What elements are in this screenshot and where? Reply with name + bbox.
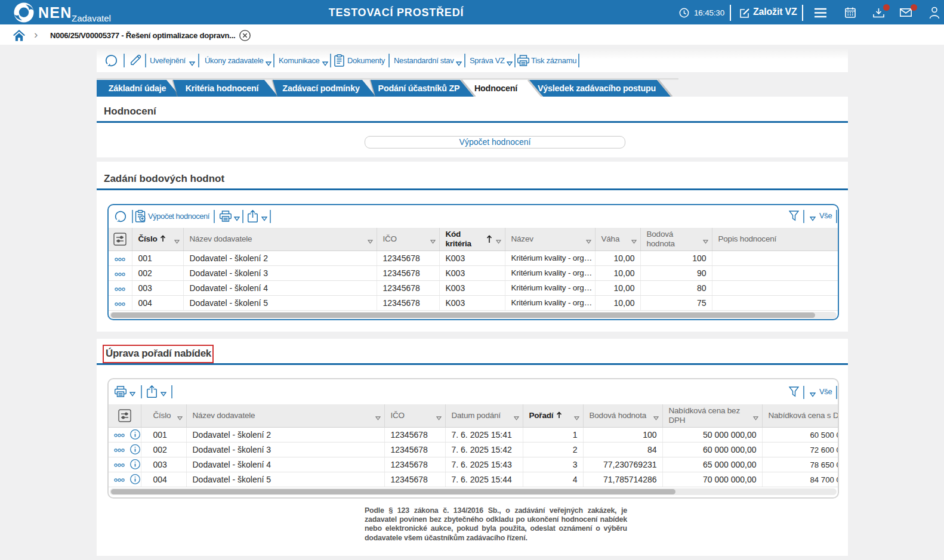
svg-text:Základní údaje: Základní údaje <box>109 83 166 93</box>
svg-text:Podání účastníků ZP: Podání účastníků ZP <box>378 83 460 93</box>
svg-text:Výsledek zadávacího postupu: Výsledek zadávacího postupu <box>538 83 656 93</box>
svg-text:Hodnocení: Hodnocení <box>474 83 518 93</box>
svg-text:Kritéria hodnocení: Kritéria hodnocení <box>186 83 260 93</box>
svg-text:Zadávací podmínky: Zadávací podmínky <box>282 83 360 93</box>
